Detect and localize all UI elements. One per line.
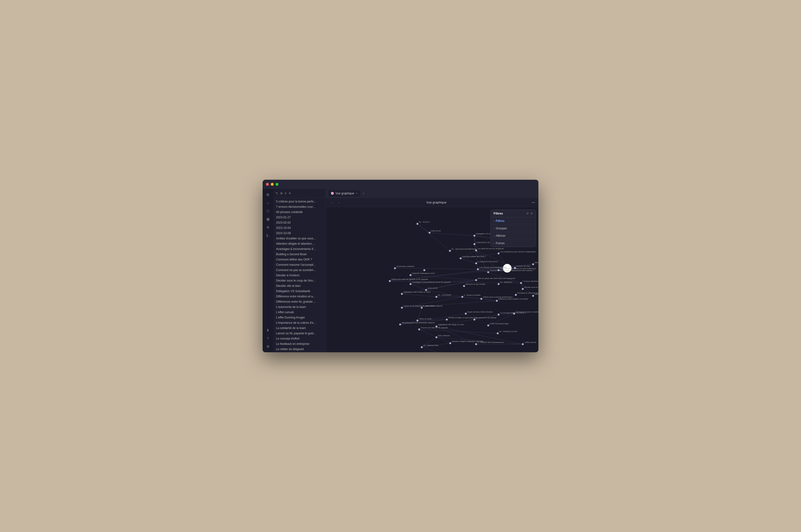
graph-node[interactable] [473,319,475,320]
network-icon[interactable]: ⬡ [265,208,271,214]
graph-node[interactable] [496,300,498,302]
filters-close-button[interactable]: ✕ [530,212,533,215]
terminal-icon[interactable]: ❯_ [265,232,271,239]
file-item[interactable]: Différence entre intuition et a... [273,294,326,299]
graph-node[interactable] [475,343,477,345]
filter-item[interactable]: ›Filtres [491,217,536,225]
file-item[interactable]: 2023-01-27 [273,215,326,220]
file-item[interactable]: Avantages & inconvénients d'... [273,246,326,252]
graph-node[interactable] [515,294,517,296]
graph-node[interactable] [409,274,412,276]
file-item[interactable]: Différences entre NL gratuite ... [273,299,326,304]
forward-button[interactable]: → [336,200,341,205]
tab-close[interactable]: ✕ [356,192,358,195]
graph-node[interactable] [449,342,451,344]
graph-node[interactable] [514,267,516,269]
back-button[interactable]: ← [329,200,334,205]
file-item[interactable]: Décider vite et bien [273,283,326,288]
graph-node[interactable] [436,296,437,298]
graph-node[interactable] [487,271,489,273]
calendar-icon[interactable]: ▦ [265,216,271,222]
graph-node[interactable] [399,324,401,325]
filters-reset-button[interactable]: ↺ [526,212,529,215]
file-item[interactable]: L'effet Dunning-Kruger [273,315,326,320]
graph-node[interactable] [473,243,475,245]
copy-icon[interactable]: ⧉ [265,224,271,230]
new-folder-icon[interactable]: ⊕ [280,191,283,195]
graph-node[interactable] [429,232,431,234]
sort-icon[interactable]: ≡ [285,191,287,195]
file-item[interactable]: Le syndrome du plateau [273,352,326,352]
graph-node[interactable] [520,282,522,284]
file-item[interactable]: Comment mesurer l'accompli... [273,262,326,267]
graph-node[interactable] [480,298,482,300]
graph-node[interactable] [446,319,448,320]
file-item[interactable]: L'autonomie de la team [273,304,326,310]
help-icon[interactable]: ? [265,335,271,342]
file-item[interactable]: Attention dirigée et attention ... [273,241,326,246]
download-icon[interactable]: ⬇ [265,327,271,334]
graph-node[interactable] [425,289,427,291]
graph-node[interactable] [475,262,477,264]
file-item[interactable]: Arrêtez d'oublier ce que vous... [273,236,326,241]
file-item[interactable]: 5 critères pour la bonne perfo... [273,199,326,204]
graph-node[interactable] [498,314,499,316]
edit-icon[interactable]: ✎ [276,191,278,195]
graph-node[interactable] [401,307,403,309]
new-tab-button[interactable]: + [361,191,366,196]
file-item[interactable]: 2023-02-02 [273,220,326,225]
graph-node[interactable] [401,293,403,295]
file-item[interactable]: 7 erreurs décisionnelles cour... [273,204,326,209]
graph-node[interactable] [498,283,499,285]
graph-node[interactable] [417,320,418,322]
graph-node[interactable] [497,332,498,334]
graph-node[interactable] [498,252,499,254]
graph-node[interactable] [418,328,420,330]
minimize-button[interactable] [271,183,274,186]
graph-node[interactable] [421,346,423,348]
filter-item[interactable]: ›Forces [491,240,536,247]
file-item[interactable]: Le métier du dirigeant [273,346,326,352]
close-button[interactable] [266,183,269,186]
graph-tab[interactable]: 🌸 Vue graphique ✕ [328,190,360,197]
file-item[interactable]: Le concept d'effort [273,336,326,341]
graph-node[interactable] [475,249,477,251]
graph-node[interactable] [389,280,391,282]
filter-item[interactable]: ›Afficher [491,232,536,240]
graph-node[interactable] [532,263,534,265]
file-item[interactable]: La solidarité de la team [273,325,326,331]
file-item[interactable]: 2024-10-09 [273,230,326,236]
grid-icon[interactable]: ⊞ [265,191,271,198]
graph-node[interactable] [513,313,515,315]
more-button[interactable]: ••• [531,201,535,204]
graph-node[interactable] [522,343,524,345]
graph-node[interactable] [473,234,475,236]
graph-node[interactable] [460,258,462,259]
graph-node[interactable] [394,267,396,269]
graph-node[interactable] [465,313,467,315]
file-item[interactable]: Délégation VS Subsidiarité [273,288,326,294]
file-item[interactable]: L'effet cumulé [273,310,326,315]
graph-node[interactable] [498,269,499,271]
close-icon[interactable]: ✕ [289,191,291,195]
settings-icon[interactable]: ⚙ [265,343,271,350]
filter-item[interactable]: ›Groupes [491,225,536,232]
graph-node[interactable] [423,269,425,271]
file-item[interactable]: Lancer sa NL payante le guid... [273,331,326,336]
graph-node[interactable] [409,283,412,285]
graph-node[interactable] [436,337,437,338]
search-icon[interactable]: ⌕ [265,200,271,206]
graph-node[interactable] [522,288,524,290]
file-item[interactable]: Comment définir des OKR ? [273,257,326,262]
graph-node[interactable] [421,307,423,309]
graph-node[interactable] [532,295,534,297]
graph-node[interactable] [461,296,463,298]
maximize-button[interactable] [276,183,278,186]
graph-node[interactable] [477,268,479,270]
file-item[interactable]: Le feedback en entreprise [273,341,326,346]
file-item[interactable]: Comment ne pas se surestim... [273,267,326,273]
graph-node[interactable] [449,250,451,252]
file-item[interactable]: L'importance de la culture d'e... [273,320,326,325]
file-item[interactable]: Décider sous le coup de l'ém... [273,278,326,283]
file-item[interactable]: 40 phrases créativité [273,209,326,215]
